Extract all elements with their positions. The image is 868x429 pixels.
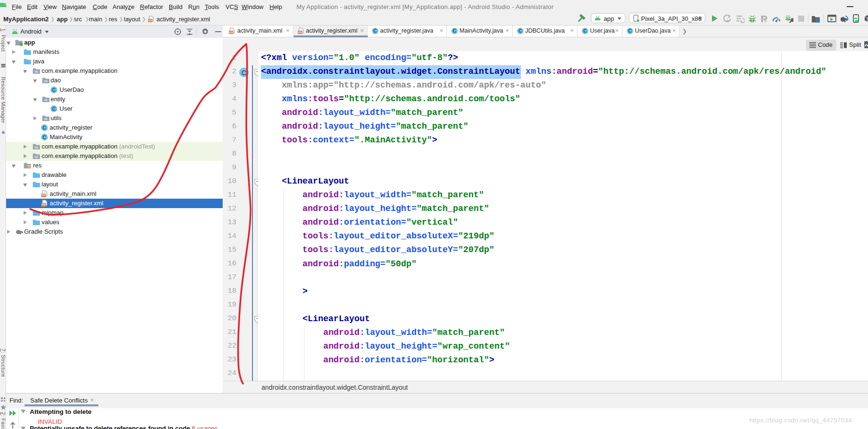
svg-text:C: C [583, 28, 587, 34]
svg-text:C: C [373, 28, 377, 34]
svg-text:C: C [52, 87, 56, 93]
svg-text:<>: <> [229, 31, 233, 35]
svg-text:<>: <> [298, 31, 302, 35]
svg-text:C: C [628, 28, 632, 34]
svg-text:C: C [43, 125, 46, 131]
svg-text:C: C [242, 69, 246, 77]
svg-text:<>: <> [148, 19, 152, 23]
svg-text:<>: <> [42, 203, 45, 207]
svg-text:C: C [519, 28, 522, 34]
svg-text:C: C [453, 28, 457, 34]
svg-text:C: C [52, 106, 56, 112]
svg-text:A: A [726, 18, 729, 23]
svg-text:C: C [43, 134, 46, 140]
svg-text:<>: <> [42, 193, 45, 197]
